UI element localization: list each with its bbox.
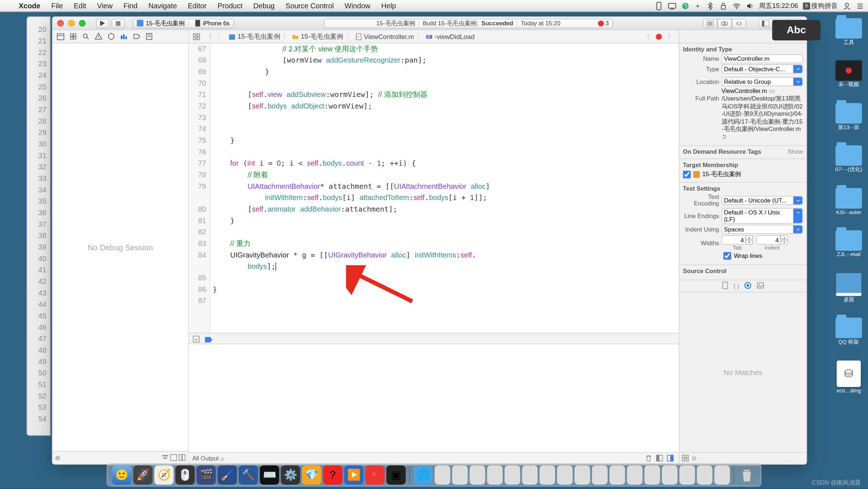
version-editor-button[interactable] <box>732 18 746 28</box>
status-display-icon[interactable] <box>668 1 676 10</box>
project-navigator-icon[interactable] <box>55 31 66 42</box>
code-text[interactable]: // 2.对某个 view 使用这个手势 [wormView addGestur… <box>210 43 679 333</box>
dock-min-window[interactable] <box>609 465 625 485</box>
dock-sketch[interactable]: 💎 <box>302 465 321 485</box>
menu-editor[interactable]: Editor <box>182 1 212 10</box>
dock-app-7[interactable]: 🌐 <box>413 465 433 485</box>
notification-center-icon[interactable] <box>856 1 864 10</box>
dock-min-window[interactable] <box>679 465 695 485</box>
indent-using-select[interactable]: Spaces <box>722 225 803 234</box>
tab-width-input[interactable] <box>722 235 746 245</box>
jump-folder[interactable]: 15-毛毛虫案例 <box>290 32 345 41</box>
desktop-item[interactable]: 桌面 <box>832 273 865 302</box>
indent-width-stepper[interactable]: ▴▾ <box>780 235 788 245</box>
debug-navigator-icon[interactable] <box>118 31 129 42</box>
window-minimize-button[interactable] <box>68 20 75 26</box>
line-endings-select[interactable]: Default - OS X / Unix (LF) <box>722 208 803 224</box>
menu-edit[interactable]: Edit <box>68 1 92 10</box>
dock-min-window[interactable] <box>452 465 468 485</box>
odr-show-button[interactable]: Show <box>788 148 803 155</box>
variables-pane-icon[interactable] <box>656 454 664 463</box>
dock-min-window[interactable] <box>505 465 520 485</box>
reveal-in-finder-icon[interactable]: ➲ <box>722 133 726 140</box>
standard-editor-button[interactable] <box>703 18 717 28</box>
dock-min-window[interactable] <box>644 465 660 485</box>
console-output[interactable] <box>189 344 679 452</box>
clock[interactable]: 周五15:22:06 <box>759 1 798 10</box>
status-bluetooth-icon[interactable] <box>706 1 714 10</box>
trash-icon[interactable] <box>645 454 653 463</box>
target-checkbox[interactable] <box>683 170 691 178</box>
lib-objects-icon[interactable] <box>744 281 752 290</box>
file-name-input[interactable] <box>722 54 803 63</box>
dock-finder[interactable]: 🙂 <box>112 465 131 485</box>
desktop-item[interactable]: 工具 <box>832 18 865 46</box>
desktop-item[interactable]: QQ 框架 <box>832 318 865 345</box>
dock-min-window[interactable] <box>540 465 555 485</box>
menu-help[interactable]: Help <box>376 1 401 10</box>
dock-min-window[interactable] <box>557 465 573 485</box>
dock-preferences[interactable]: ⚙️ <box>281 465 300 485</box>
folder-chooser-icon[interactable]: ▭ <box>769 88 775 94</box>
status-sync-icon[interactable] <box>681 1 690 10</box>
issue-navigator-icon[interactable] <box>93 31 104 42</box>
lib-file-templates-icon[interactable] <box>722 281 729 290</box>
dock-app-1[interactable]: 🎬 <box>196 465 216 485</box>
desktop-item[interactable]: KSI···aster <box>832 188 865 216</box>
status-plus-icon[interactable]: ＋ <box>694 1 701 10</box>
indent-width-input[interactable] <box>757 235 781 245</box>
dock-min-window[interactable] <box>435 465 450 485</box>
dock-app-5[interactable]: 🔻 <box>365 465 384 485</box>
test-navigator-icon[interactable] <box>106 31 116 42</box>
ime-indicator[interactable]: S搜狗拼音 <box>803 1 838 10</box>
issue-marker[interactable] <box>654 32 664 42</box>
forward-button[interactable]: 〉 <box>215 32 226 42</box>
symbol-navigator-icon[interactable] <box>68 31 78 42</box>
jump-file[interactable]: mViewController.m <box>354 33 415 40</box>
menu-product[interactable]: Product <box>212 1 248 10</box>
dock-min-window[interactable] <box>574 465 590 485</box>
run-button[interactable] <box>96 18 109 28</box>
lib-view-grid-icon[interactable] <box>682 454 689 463</box>
output-filter[interactable]: All Output ◇ <box>192 455 224 462</box>
assistant-editor-button[interactable] <box>717 18 732 28</box>
menu-window[interactable]: Window <box>339 1 376 10</box>
dock-safari[interactable]: 🧭 <box>154 465 174 485</box>
dock-terminal[interactable]: ⌨️ <box>260 465 279 485</box>
status-volume-icon[interactable] <box>746 1 754 10</box>
desktop-item[interactable]: 07-···(优化) <box>832 145 865 173</box>
back-button[interactable]: 〈 <box>203 32 214 42</box>
encoding-select[interactable]: Default - Unicode (UT... <box>722 196 803 205</box>
related-items-icon[interactable] <box>191 32 202 42</box>
tab-width-stepper[interactable]: ▴▾ <box>746 235 753 245</box>
dock-min-window[interactable] <box>697 465 712 485</box>
menu-source-control[interactable]: Source Control <box>280 1 339 10</box>
lib-code-snippets-icon[interactable]: { } <box>733 283 739 289</box>
stop-button[interactable] <box>111 18 125 28</box>
wrap-lines-checkbox[interactable] <box>724 252 732 260</box>
menu-find[interactable]: Find <box>118 1 143 10</box>
source-editor[interactable]: 67686970717273747576777879 8081828384 85… <box>189 43 679 333</box>
menu-file[interactable]: File <box>46 1 68 10</box>
jump-method[interactable]: M-viewDidLoad <box>424 33 476 40</box>
dock-min-window[interactable] <box>714 465 730 485</box>
location-select[interactable]: Relative to Group <box>722 77 803 86</box>
dock-min-window[interactable] <box>469 465 485 485</box>
find-navigator-icon[interactable] <box>80 31 91 42</box>
activity-viewer[interactable]: 15-毛毛虫案例 | Build 15-毛毛虫案例: Succeeded | T… <box>324 18 613 28</box>
dock-app-4[interactable]: ▶️ <box>344 465 363 485</box>
jump-project[interactable]: 15-毛毛虫案例 <box>227 32 281 41</box>
debug-toggle-icon[interactable] <box>192 334 201 343</box>
dock-mouse[interactable]: 🖱️ <box>175 465 195 485</box>
breakpoint-toggle-icon[interactable] <box>204 334 213 343</box>
dock-trash[interactable] <box>738 466 756 484</box>
desktop-item[interactable]: ZJL···etail <box>832 230 865 258</box>
file-type-select[interactable]: Default - Objective-C... <box>722 64 803 73</box>
report-navigator-icon[interactable] <box>144 31 154 42</box>
lib-filter-icon[interactable]: ⊝ <box>692 455 696 462</box>
dock-xcode[interactable]: 🔨 <box>239 465 258 485</box>
status-user-icon[interactable] <box>843 1 851 10</box>
error-badge[interactable]: 3 <box>598 20 609 26</box>
status-wifi-icon[interactable] <box>732 1 741 10</box>
lib-media-icon[interactable] <box>757 281 765 290</box>
